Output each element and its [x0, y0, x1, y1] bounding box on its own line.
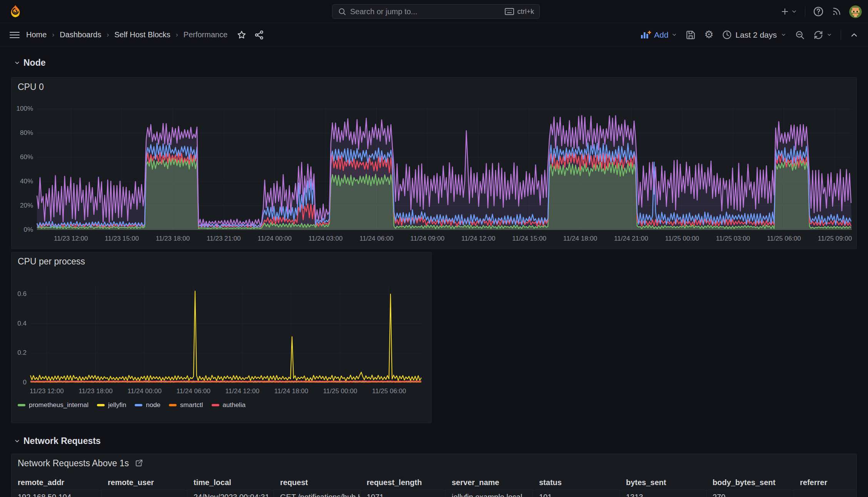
column-header[interactable]: status: [533, 475, 620, 490]
column-header[interactable]: server_name: [446, 475, 533, 490]
dashboard-toolbar: Home › Dashboards › Self Host Blocks › P…: [0, 23, 868, 47]
x-axis-tick-label: 11/23 18:00: [149, 235, 197, 243]
search-placeholder: Search or jump to...: [350, 7, 501, 16]
x-axis-tick-label: 11/24 18:00: [267, 387, 315, 395]
legend-item[interactable]: authelia: [212, 401, 246, 409]
x-axis-tick-label: 11/24 18:00: [556, 235, 604, 243]
grafana-dashboard: Search or jump to... ctrl+k: [0, 0, 868, 497]
legend-swatch: [169, 404, 177, 406]
x-axis-tick-label: 11/24 03:00: [302, 235, 349, 243]
section-node[interactable]: Node: [14, 58, 46, 68]
settings-button[interactable]: ⚙: [704, 30, 713, 40]
column-header[interactable]: bytes_sent: [620, 475, 706, 490]
network-requests-table[interactable]: remote_addr remote_user time_local reque…: [12, 475, 856, 497]
table-cell: 192.168.50.104: [12, 490, 102, 497]
menu-icon: [9, 30, 20, 40]
chevron-up-icon: [850, 30, 859, 40]
add-button[interactable]: Add: [641, 30, 677, 40]
save-button[interactable]: [686, 30, 696, 40]
chevron-down-icon: [791, 8, 797, 15]
search-input[interactable]: Search or jump to... ctrl+k: [332, 4, 540, 19]
column-header[interactable]: remote_user: [102, 475, 187, 490]
help-icon: [813, 6, 824, 17]
collapse-topbar-button[interactable]: [850, 30, 859, 40]
cpu-per-process-chart[interactable]: 00.20.40.611/23 12:0011/23 18:0011/24 00…: [12, 252, 431, 423]
x-axis-tick-label: 11/23 15:00: [98, 235, 146, 243]
toolbar-actions: Add ⚙ Last 2 days: [641, 30, 859, 40]
menu-button[interactable]: [9, 30, 20, 40]
search-icon: [338, 7, 346, 16]
chevron-down-icon: [781, 32, 786, 38]
x-axis-tick-label: 11/25 06:00: [365, 387, 413, 395]
search-shortcut: ctrl+k: [505, 8, 534, 16]
legend-item[interactable]: prometheus_internal: [18, 401, 88, 409]
breadcrumb-folder[interactable]: Self Host Blocks: [114, 30, 170, 39]
panel-title[interactable]: CPU 0: [18, 82, 44, 92]
section-chevron-icon: [14, 438, 20, 444]
x-axis-tick-label: 11/24 12:00: [454, 235, 502, 243]
table-cell: 101: [533, 490, 620, 497]
breadcrumb-dashboards[interactable]: Dashboards: [60, 30, 101, 39]
refresh-icon: [813, 30, 823, 40]
x-axis-tick-label: 11/24 12:00: [219, 387, 266, 395]
x-axis-tick-label: 11/25 03:00: [709, 235, 757, 243]
avatar[interactable]: [849, 5, 862, 18]
gear-icon: ⚙: [704, 30, 713, 40]
y-axis-tick-label: 0%: [6, 226, 33, 234]
x-axis-tick-label: 11/24 00:00: [251, 235, 299, 243]
chevron-down-icon: [826, 32, 832, 38]
section-chevron-icon: [14, 60, 20, 66]
legend: prometheus_internal jellyfin node smartc…: [18, 401, 245, 409]
y-axis-tick-label: 0: [0, 379, 27, 386]
news-button[interactable]: [831, 7, 841, 17]
x-axis-tick-label: 11/25 09:00: [811, 235, 859, 243]
new-button[interactable]: [780, 7, 797, 16]
table-cell: 270: [706, 490, 794, 497]
legend-swatch: [18, 404, 25, 406]
time-range-picker[interactable]: Last 2 days: [722, 30, 786, 40]
zoom-out-button[interactable]: [795, 30, 805, 40]
table-cell: 24/Nov/2023 00:04:31: [187, 490, 274, 497]
panel-cpu-per-process: CPU per process 00.20.40.611/23 12:0011/…: [11, 252, 432, 423]
cpu0-chart[interactable]: 0%20%40%60%80%100%11/23 12:0011/23 15:00…: [12, 78, 856, 249]
breadcrumb-separator: ›: [107, 31, 109, 39]
share-button[interactable]: [254, 30, 264, 40]
favorite-button[interactable]: [237, 30, 247, 40]
column-header[interactable]: request: [274, 475, 361, 490]
column-header[interactable]: body_bytes_sent: [706, 475, 794, 490]
y-axis-tick-label: 0.6: [0, 290, 27, 298]
x-axis-tick-label: 11/25 06:00: [760, 235, 808, 243]
x-axis-tick-label: 11/25 00:00: [658, 235, 706, 243]
refresh-button[interactable]: [813, 30, 832, 40]
breadcrumb: Home › Dashboards › Self Host Blocks › P…: [26, 30, 264, 40]
grafana-logo[interactable]: [8, 5, 22, 18]
column-header[interactable]: time_local: [187, 475, 274, 490]
table-cell: -: [794, 490, 856, 497]
panel-title[interactable]: Network Requests Above 1s: [18, 458, 143, 469]
y-axis-tick-label: 40%: [6, 178, 33, 185]
breadcrumb-home[interactable]: Home: [26, 30, 47, 39]
column-header[interactable]: remote_addr: [12, 475, 102, 490]
legend-item[interactable]: smartctl: [169, 401, 203, 409]
section-title: Node: [23, 58, 46, 68]
legend-item[interactable]: node: [135, 401, 160, 409]
x-axis-tick-label: 11/24 21:00: [607, 235, 655, 243]
legend-label: jellyfin: [108, 401, 126, 409]
section-network-requests[interactable]: Network Requests: [14, 436, 101, 446]
table-cell: 1071: [361, 490, 446, 497]
table-cell: 1313: [620, 490, 706, 497]
top-nav-actions: [780, 0, 862, 23]
panel-title[interactable]: CPU per process: [18, 256, 85, 267]
column-header[interactable]: referrer: [794, 475, 856, 490]
legend-label: node: [146, 401, 160, 409]
column-header[interactable]: request_length: [361, 475, 446, 490]
external-link-icon[interactable]: [134, 459, 143, 468]
legend-swatch: [135, 404, 142, 406]
legend-item[interactable]: jellyfin: [97, 401, 126, 409]
y-axis-tick-label: 60%: [6, 153, 33, 161]
chevron-down-icon: [671, 32, 677, 38]
help-button[interactable]: [813, 6, 824, 17]
table-header-row: remote_addr remote_user time_local reque…: [12, 475, 856, 490]
legend-label: prometheus_internal: [29, 401, 88, 409]
y-axis-tick-label: 0.2: [0, 349, 27, 357]
